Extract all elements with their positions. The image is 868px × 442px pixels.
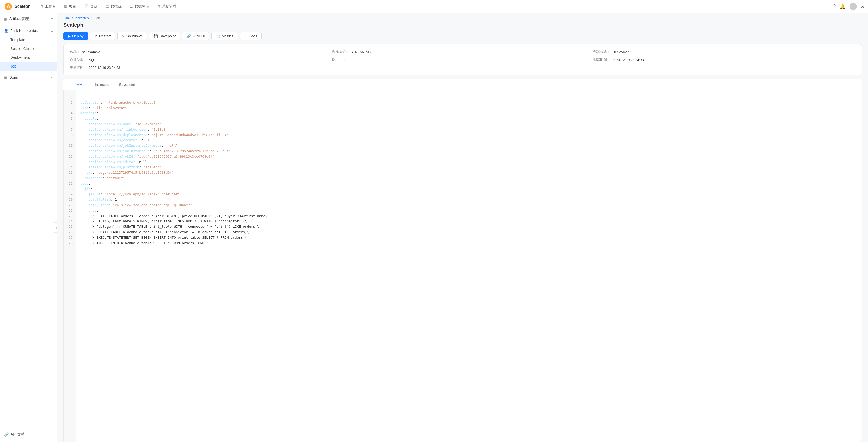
- nav-datastandard-label: 数据标准: [134, 4, 149, 9]
- tabs: YAML Intances Savepoint: [63, 80, 862, 90]
- nav-workspace[interactable]: ⚙ 工作台: [37, 2, 60, 11]
- code-line: entryClass: "cn.sliew.scaleph.engine.sql…: [80, 202, 862, 208]
- line-number: 16: [64, 176, 76, 181]
- code-line: scaleph.sliew.cn/creator: null: [80, 138, 862, 143]
- code-line: ---: [80, 95, 862, 100]
- meta-create-time-value: 2023-12-19 23:34:33: [613, 58, 644, 62]
- nav-datastandard[interactable]: ☰ 数据标准: [126, 2, 153, 11]
- sidebar-bottom: 🔗 API 文档: [0, 427, 57, 442]
- sysadmin-icon: ⚙: [157, 4, 160, 8]
- line-number: 23: [64, 214, 76, 219]
- breadcrumb: Flink Kuberentes / Job: [57, 13, 868, 20]
- notification-icon[interactable]: 🔔: [840, 4, 845, 9]
- sidebar-header-doris[interactable]: ▦ Doris ▾: [0, 73, 57, 82]
- datasource-icon: 🗃: [106, 4, 109, 8]
- line-number: 10: [64, 143, 76, 149]
- sidebar-section-artifact: ▦ Artifact 管理 ▾: [0, 13, 57, 25]
- line-number: 6: [64, 122, 76, 127]
- content-area: Flink Kuberentes / Job Scaleph ▶ Deploy …: [57, 13, 868, 442]
- meta-create-time-label: 创建时间：: [593, 57, 610, 62]
- code-lines: ---apiVersion: "flink.apache.org/v1beta1…: [76, 90, 862, 442]
- line-number: 24: [64, 219, 76, 224]
- tab-yaml[interactable]: YAML: [70, 80, 90, 90]
- deploy-button[interactable]: ▶ Deploy: [63, 32, 88, 40]
- line-number: 3: [64, 105, 76, 111]
- savepoint-icon: 💾: [154, 34, 158, 38]
- meta-update-time-row: 更新时间： 2023-12-19 23:34:33: [70, 65, 332, 70]
- nav-sysadmin[interactable]: ⚙ 系统管理: [154, 2, 180, 11]
- meta-exec-mode-label: 执行模式：: [332, 50, 348, 54]
- line-number: 12: [64, 154, 76, 159]
- meta-remark-value: -: [344, 58, 345, 62]
- logs-button[interactable]: ☰ Logs: [240, 32, 261, 40]
- sidebar: ▦ Artifact 管理 ▾ 👤 Flink Kuberentes ▴ Tem…: [0, 13, 57, 442]
- meta-job-type-label: 作业类型：: [70, 57, 87, 62]
- resource-icon: 📄: [85, 4, 89, 8]
- doris-icon: ▦: [4, 75, 7, 80]
- code-line: \ CREATE TABLE blackhole_table WITH ('co…: [80, 229, 862, 235]
- code-inner: 1234567891011121314151617181920212223242…: [64, 90, 862, 442]
- metrics-button[interactable]: 📊 Metrics: [211, 32, 238, 40]
- code-line: job:: [80, 186, 862, 192]
- line-number: 21: [64, 202, 76, 208]
- code-line: scaleph.sliew.cn/flinkVersion: "1.18.0": [80, 127, 862, 132]
- sidebar-item-deployment[interactable]: Deployment: [0, 53, 57, 62]
- tab-instances[interactable]: Intances: [90, 80, 114, 90]
- main-layout: ▦ Artifact 管理 ▾ 👤 Flink Kuberentes ▴ Tem…: [0, 13, 868, 442]
- meta-update-time-value: 2023-12-19 23:34:33: [89, 66, 120, 70]
- logo[interactable]: Scaleph: [4, 2, 30, 11]
- sidebar-item-template[interactable]: Template: [0, 35, 57, 44]
- meta-job-type-value: SQL: [89, 58, 96, 62]
- line-number: 11: [64, 149, 76, 154]
- api-docs-link[interactable]: 🔗 API 文档: [4, 430, 53, 439]
- code-line: scaleph.sliew.cn/name: "sql-example": [80, 122, 862, 127]
- sidebar-item-job[interactable]: Job: [0, 62, 57, 71]
- code-line: scaleph.sliew.cn/deploymentId: "qjura55c…: [80, 132, 862, 138]
- language-icon[interactable]: A: [861, 4, 864, 9]
- sidebar-item-sessioncluster[interactable]: SessionCluster: [0, 44, 57, 53]
- code-line: spec:: [80, 181, 862, 186]
- svg-point-0: [5, 3, 12, 10]
- meta-card: 名称： sql-example 执行模式： STREAMING 部署模式： De…: [63, 44, 862, 75]
- flink-icon: 👤: [4, 29, 8, 33]
- code-line: \ EXECUTE STATEMENT SET BEGIN INSERT INT…: [80, 235, 862, 241]
- nav-datasource-label: 数据源: [111, 4, 122, 9]
- nav-datasource[interactable]: 🗃 数据源: [102, 2, 125, 11]
- line-number: 20: [64, 197, 76, 202]
- code-line: name: "avgu4da1213729574a5fb9813c3ce0708…: [80, 170, 862, 176]
- code-line: \ 'datagen' ); CREATE TABLE print_table …: [80, 224, 862, 229]
- help-icon[interactable]: ?: [833, 4, 836, 9]
- logo-icon: [4, 2, 12, 11]
- shutdown-button[interactable]: ✕ Shutdown: [117, 32, 147, 40]
- deploy-icon: ▶: [68, 34, 71, 38]
- flink-ui-button[interactable]: 🔗 Flink UI: [182, 32, 209, 40]
- line-number: 15: [64, 170, 76, 176]
- artifact-icon: ▦: [4, 17, 7, 21]
- meta-job-type-row: 作业类型： SQL: [70, 57, 332, 62]
- sidebar-section-flink: 👤 Flink Kuberentes ▴ Template SessionClu…: [0, 25, 57, 72]
- code-line: namespace: "default": [80, 176, 862, 181]
- sidebar-header-flink[interactable]: 👤 Flink Kuberentes ▴: [0, 26, 57, 35]
- restart-button[interactable]: ↺ Restart: [90, 32, 115, 40]
- flink-ui-icon: 🔗: [186, 34, 191, 38]
- nav-right: ? 🔔 A: [833, 3, 864, 10]
- artifact-arrow: ▾: [51, 17, 53, 21]
- sidebar-collapse-button[interactable]: ‹: [54, 222, 57, 233]
- logo-text: Scaleph: [14, 4, 30, 9]
- sidebar-flink-label: Flink Kuberentes: [10, 29, 38, 33]
- meta-name-value: sql-example: [82, 50, 100, 54]
- sidebar-artifact-label: Artifact 管理: [9, 17, 29, 21]
- code-container[interactable]: 1234567891011121314151617181920212223242…: [63, 90, 862, 442]
- flink-ui-label: Flink UI: [192, 34, 205, 38]
- user-avatar[interactable]: [849, 3, 857, 10]
- deploy-label: Deploy: [72, 34, 84, 38]
- nav-project[interactable]: ▦ 项目: [61, 2, 80, 11]
- card-meta: 名称： sql-example 执行模式： STREAMING 部署模式： De…: [64, 44, 862, 75]
- line-number: 18: [64, 186, 76, 192]
- sidebar-header-artifact[interactable]: ▦ Artifact 管理 ▾: [0, 14, 57, 24]
- tab-savepoint[interactable]: Savepoint: [114, 80, 140, 90]
- nav-resource[interactable]: 📄 资源: [81, 2, 101, 11]
- savepoint-button[interactable]: 💾 Savepoint: [149, 32, 180, 40]
- nav-sysadmin-label: 系统管理: [162, 4, 177, 9]
- breadcrumb-parent[interactable]: Flink Kuberentes: [63, 16, 89, 20]
